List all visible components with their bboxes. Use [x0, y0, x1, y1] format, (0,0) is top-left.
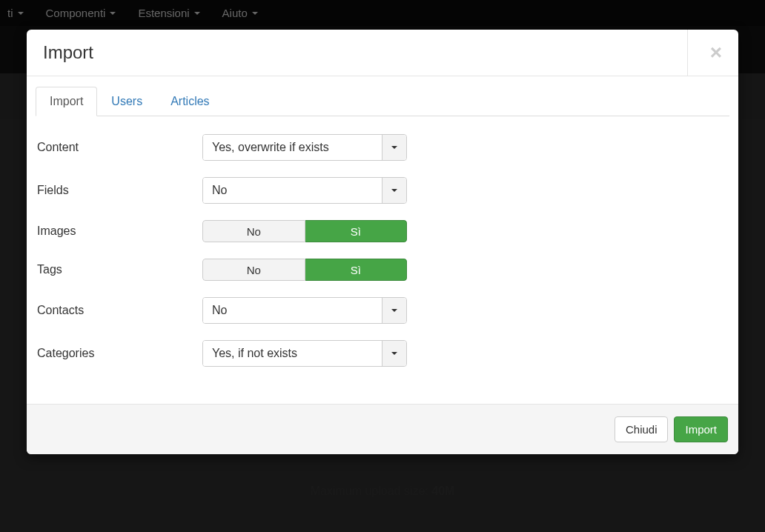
select-content-arrow[interactable] [382, 135, 406, 160]
toggle-tags-yes[interactable]: Sì [305, 259, 408, 281]
toggle-tags-no[interactable]: No [202, 259, 305, 281]
modal-header: Import × [27, 30, 738, 76]
select-fields[interactable]: No [202, 177, 407, 204]
chevron-down-icon [391, 309, 397, 312]
row-fields: Fields No [36, 177, 729, 204]
toggle-images-no[interactable]: No [202, 220, 305, 242]
close-button[interactable]: Chiudi [615, 416, 669, 442]
row-images: Images No Sì [36, 220, 729, 242]
select-contacts[interactable]: No [202, 297, 407, 324]
select-categories-value: Yes, if not exists [203, 341, 382, 366]
label-contacts: Contacts [36, 304, 202, 317]
form: Content Yes, overwrite if exists Fields … [36, 134, 729, 367]
label-content: Content [36, 141, 202, 154]
modal-footer: Chiudi Import [27, 404, 738, 454]
select-categories-arrow[interactable] [382, 341, 406, 366]
toggle-images-yes[interactable]: Sì [305, 220, 408, 242]
label-fields: Fields [36, 184, 202, 197]
toggle-images: No Sì [202, 220, 407, 242]
chevron-down-icon [391, 146, 397, 149]
select-content-value: Yes, overwrite if exists [203, 135, 382, 160]
label-images: Images [36, 225, 202, 238]
close-icon[interactable]: × [710, 42, 722, 63]
select-fields-arrow[interactable] [382, 178, 406, 203]
row-content: Content Yes, overwrite if exists [36, 134, 729, 161]
import-button[interactable]: Import [674, 416, 728, 442]
chevron-down-icon [391, 352, 397, 355]
tab-articles[interactable]: Articles [156, 87, 223, 116]
select-contacts-arrow[interactable] [382, 298, 406, 323]
label-tags: Tags [36, 263, 202, 276]
tab-users[interactable]: Users [97, 87, 156, 116]
toggle-tags: No Sì [202, 259, 407, 281]
modal-overlay: Import × Import Users Articles Content Y… [0, 0, 765, 532]
row-contacts: Contacts No [36, 297, 729, 324]
select-fields-value: No [203, 178, 382, 203]
modal-title: Import [43, 42, 93, 63]
tab-bar: Import Users Articles [36, 87, 729, 116]
row-tags: Tags No Sì [36, 259, 729, 281]
label-categories: Categories [36, 347, 202, 360]
chevron-down-icon [391, 189, 397, 192]
tab-import[interactable]: Import [36, 87, 97, 116]
select-categories[interactable]: Yes, if not exists [202, 340, 407, 367]
modal-body: Import Users Articles Content Yes, overw… [27, 76, 738, 404]
select-contacts-value: No [203, 298, 382, 323]
row-categories: Categories Yes, if not exists [36, 340, 729, 367]
select-content[interactable]: Yes, overwrite if exists [202, 134, 407, 161]
import-modal: Import × Import Users Articles Content Y… [27, 30, 738, 454]
